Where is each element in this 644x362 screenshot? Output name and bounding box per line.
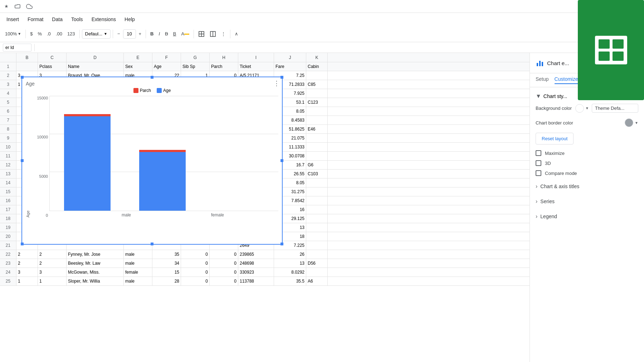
bar-female-parch <box>139 150 186 152</box>
fill-color-button[interactable]: A <box>179 28 191 40</box>
percent-button[interactable]: % <box>35 28 44 40</box>
merge-cells-button[interactable] <box>208 28 218 40</box>
collapse-toolbar-button[interactable]: ∧ <box>233 28 240 40</box>
cell-2-k[interactable] <box>306 71 328 80</box>
cell-1-h[interactable]: Parch <box>210 62 238 71</box>
decimal1-button[interactable]: .0 <box>45 28 53 40</box>
menu-tools[interactable]: Tools <box>68 15 87 24</box>
cell-1-e[interactable]: Sex <box>124 62 152 71</box>
currency-button[interactable]: $ <box>28 28 35 40</box>
chart-resize-tl[interactable] <box>21 76 24 79</box>
menu-data[interactable]: Data <box>48 15 66 24</box>
chart-menu-button[interactable]: ⋮ <box>273 79 280 87</box>
data-area: 1 Pclass Name Sex Age Sib Sp Parch Ticke… <box>0 62 530 286</box>
cell-3-k[interactable]: C85 <box>306 80 328 89</box>
cell-1-j[interactable]: Fare <box>274 62 306 71</box>
decimal2-button[interactable]: .00 <box>54 28 64 40</box>
reset-layout-button[interactable]: Reset layout <box>536 133 574 145</box>
bars-grid <box>49 96 278 211</box>
series-header[interactable]: › Series <box>536 195 638 207</box>
chart-resize-bl[interactable] <box>21 243 24 245</box>
cell-1-f[interactable]: Age <box>152 62 181 71</box>
row-num: 1 <box>0 62 16 71</box>
series-section: › Series <box>536 195 638 207</box>
increase-font-button[interactable]: + <box>137 28 144 40</box>
compare-mode-row: Compare mode <box>536 170 638 176</box>
chart-x-labels: male female <box>49 211 278 217</box>
borders-button[interactable] <box>196 28 207 40</box>
maximize-checkbox[interactable] <box>536 150 541 156</box>
toolbar-sep-6 <box>230 30 230 38</box>
folder-icon[interactable] <box>14 3 21 10</box>
compare-mode-checkbox[interactable] <box>536 170 541 176</box>
cell-1-d[interactable]: Name <box>67 62 124 71</box>
cell-reference-box[interactable]: er Id <box>3 44 31 52</box>
col-header-e[interactable]: E <box>124 53 152 62</box>
chart-resize-bm[interactable] <box>151 243 153 245</box>
bold-button[interactable]: B <box>148 28 156 40</box>
star-icon[interactable]: ★ <box>3 3 10 10</box>
grid-line-top <box>50 96 278 96</box>
chart-container[interactable]: ⋮ Age Parch Age <box>21 77 283 245</box>
cell-5-k[interactable]: C123 <box>306 98 328 107</box>
zoom-control[interactable]: 100% ▼ <box>3 28 23 40</box>
cloud-icon[interactable] <box>26 3 33 10</box>
col-header-f[interactable]: F <box>152 53 181 62</box>
font-dropdown[interactable]: Defaul... ▼ <box>82 29 111 39</box>
chart-resize-tr[interactable] <box>280 76 283 79</box>
cell-1-b[interactable] <box>16 62 38 71</box>
cell-1-c[interactable]: Pclass <box>38 62 67 71</box>
table-row: 24 3 3 McGowan, Miss. female 15 0 0 3309… <box>0 268 530 277</box>
border-color-label: Chart border color <box>536 120 573 126</box>
col-header-g[interactable]: G <box>181 53 210 62</box>
chart-resize-rm[interactable] <box>280 159 283 162</box>
menu-insert[interactable]: Insert <box>3 15 23 24</box>
panel-title: Chart e... <box>547 60 569 66</box>
legend-header[interactable]: › Legend <box>536 210 638 222</box>
column-header-row: B C D E F G H I J K <box>0 53 530 62</box>
maximize-label: Maximize <box>545 151 565 156</box>
chart-inner: Age Parch Age Age <box>22 77 282 244</box>
col-header-h[interactable]: H <box>210 53 238 62</box>
cell-1-k[interactable]: Cabin <box>306 62 328 71</box>
formula-input[interactable] <box>38 44 641 52</box>
col-header-c[interactable]: C <box>38 53 67 62</box>
chart-axis-titles-header[interactable]: › Chart & axis titles <box>536 180 638 192</box>
cell-1-g[interactable]: Sib Sp <box>181 62 210 71</box>
three-d-label: 3D <box>545 161 551 166</box>
col-header-b[interactable]: B <box>16 53 38 62</box>
font-size-box[interactable]: 10 <box>123 29 136 39</box>
strikethrough-button[interactable]: B <box>163 28 170 40</box>
table-row: 25 1 1 Sloper, Mr. Willia male 28 0 0 11… <box>0 277 530 286</box>
col-header-j[interactable]: J <box>274 53 306 62</box>
legend-item-parch: Parch <box>133 88 151 93</box>
cell-4-k[interactable] <box>306 89 328 98</box>
chart-resize-lm[interactable] <box>21 159 24 162</box>
sheets-logo-overlay <box>572 0 644 107</box>
menu-help[interactable]: Help <box>121 15 138 24</box>
tab-setup[interactable]: Setup <box>536 76 549 84</box>
col-header-k[interactable]: K <box>306 53 328 62</box>
legend-section: › Legend <box>536 210 638 222</box>
more-formats-button[interactable]: ⋮ <box>219 28 228 40</box>
chart-resize-br[interactable] <box>280 243 283 245</box>
col-header-i[interactable]: I <box>238 53 274 62</box>
menu-extensions[interactable]: Extensions <box>88 15 119 24</box>
italic-button[interactable]: I <box>156 28 162 40</box>
border-color-dropdown-arrow[interactable]: ▼ <box>635 121 638 125</box>
underline-button[interactable]: B <box>171 28 179 40</box>
sheets-logo-cell-1 <box>599 39 610 49</box>
decrease-font-button[interactable]: − <box>115 28 122 40</box>
border-color-picker[interactable]: ▼ <box>625 118 638 127</box>
col-header-d[interactable]: D <box>67 53 124 62</box>
format123-button[interactable]: 123 <box>65 28 77 40</box>
three-d-checkbox[interactable] <box>536 160 541 166</box>
legend-color-parch <box>133 88 138 93</box>
cell-1-i[interactable]: Ticket <box>238 62 274 71</box>
chart-resize-tm[interactable] <box>151 76 153 79</box>
chart-legend: Parch Age <box>26 88 278 93</box>
bar-group-male <box>64 114 111 211</box>
menu-format[interactable]: Format <box>24 15 47 24</box>
chart-style-label: Chart sty... <box>543 93 567 99</box>
legend-label-age: Age <box>163 88 171 93</box>
